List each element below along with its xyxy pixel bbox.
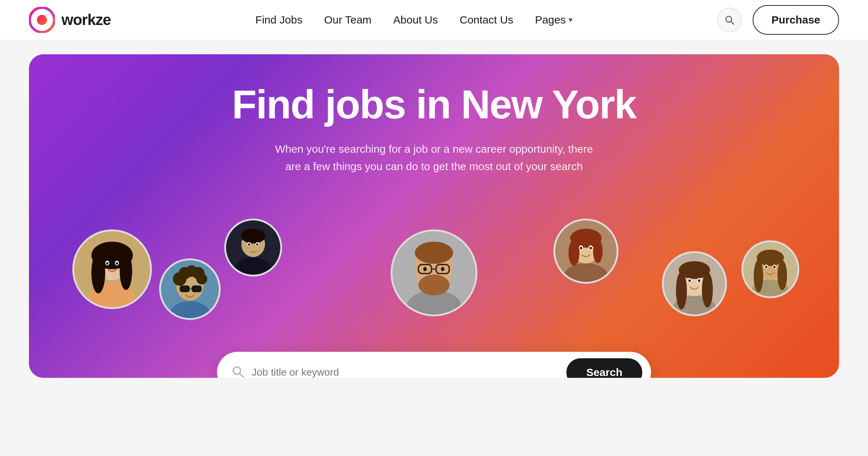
- search-icon: [724, 14, 735, 25]
- svg-point-68: [778, 260, 787, 290]
- search-icon-button[interactable]: [717, 8, 742, 32]
- purchase-button[interactable]: Purchase: [753, 5, 839, 35]
- svg-point-31: [248, 243, 250, 246]
- hero-title: Find jobs in New York: [51, 83, 817, 126]
- svg-point-72: [773, 266, 775, 268]
- svg-rect-22: [180, 285, 190, 292]
- svg-point-47: [569, 240, 579, 266]
- svg-point-62: [698, 279, 701, 282]
- svg-line-3: [731, 21, 734, 24]
- nav-about-us[interactable]: About Us: [393, 14, 438, 26]
- logo-text: workze: [61, 11, 111, 29]
- svg-point-36: [415, 241, 453, 263]
- nav-our-team[interactable]: Our Team: [324, 14, 371, 26]
- svg-point-8: [92, 252, 105, 294]
- svg-point-71: [765, 266, 767, 268]
- svg-point-61: [688, 279, 691, 282]
- nav-find-jobs[interactable]: Find Jobs: [255, 14, 302, 26]
- avatar-2: [159, 258, 221, 320]
- hero-card: Find jobs in New York When you're search…: [29, 54, 839, 378]
- svg-point-37: [418, 274, 450, 295]
- avatar-1: [72, 229, 152, 309]
- hero-subtitle: When you're searching for a job or a new…: [271, 140, 597, 175]
- svg-rect-23: [192, 285, 202, 292]
- search-bar: Search: [217, 352, 651, 378]
- search-submit-button[interactable]: Search: [566, 358, 642, 378]
- svg-point-42: [441, 267, 444, 271]
- svg-point-51: [580, 246, 582, 249]
- svg-point-9: [120, 252, 132, 290]
- avatar-5: [553, 219, 618, 284]
- svg-point-41: [423, 267, 427, 271]
- logo-icon: [29, 7, 55, 33]
- job-search-input[interactable]: [252, 367, 559, 378]
- navbar: workze Find Jobs Our Team About Us Conta…: [0, 0, 868, 40]
- avatar-4: [391, 229, 477, 316]
- avatar-3: [224, 219, 282, 276]
- svg-line-74: [240, 373, 243, 377]
- chevron-down-icon: ▾: [569, 15, 573, 25]
- nav-links: Find Jobs Our Team About Us Contact Us P…: [255, 14, 573, 26]
- svg-point-52: [590, 246, 592, 249]
- search-bar-wrapper: Search: [217, 352, 651, 378]
- avatars-row: [51, 197, 817, 320]
- svg-point-67: [754, 259, 763, 292]
- svg-point-28: [241, 228, 265, 243]
- svg-point-48: [593, 239, 603, 263]
- logo[interactable]: workze: [29, 7, 111, 33]
- avatar-6: [662, 251, 727, 316]
- avatar-7: [741, 240, 799, 298]
- search-input-icon: [231, 365, 244, 378]
- nav-contact-us[interactable]: Contact Us: [460, 14, 513, 26]
- svg-point-32: [256, 243, 258, 246]
- nav-pages[interactable]: Pages ▾: [535, 14, 573, 26]
- hero-content: Find jobs in New York When you're search…: [51, 83, 817, 175]
- nav-right-actions: Purchase: [717, 5, 839, 35]
- svg-point-12: [106, 262, 109, 265]
- svg-point-57: [676, 272, 687, 309]
- svg-point-1: [37, 15, 47, 25]
- svg-point-58: [702, 272, 713, 307]
- svg-point-21: [196, 273, 207, 284]
- svg-point-13: [116, 262, 118, 265]
- hero-wrapper: Find jobs in New York When you're search…: [0, 40, 868, 400]
